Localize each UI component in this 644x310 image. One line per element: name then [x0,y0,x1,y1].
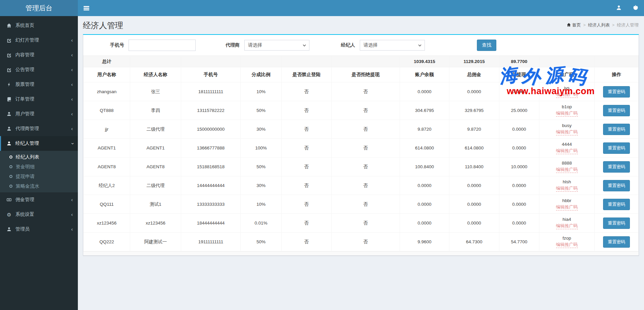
home-icon [6,23,12,28]
cell-name: 测试1 [130,195,181,214]
cell-promo: hbbr编辑推广码 [539,195,594,214]
cell-user: zhangsan [84,82,130,101]
content-header: 经济人管理 首页 > 经济人列表 > 经济人管理 [78,16,644,34]
column-header: 分成比例 [241,67,282,82]
filter-bar: 手机号 代理商 请选择 经纪人 请选择 查找 [83,35,639,56]
chevron-left-icon: ‹ [71,52,73,57]
user-menu-button[interactable] [610,0,627,16]
cell-action: 重置密码 [595,176,639,195]
cell-action: 重置密码 [595,101,639,120]
total-row: 总计1039.43151129.201589.7700 [84,56,639,67]
sidebar-item-5[interactable]: 订单管理‹ [0,92,78,107]
edit-promo-link[interactable]: 编辑推广码 [556,110,578,117]
sidebar-subitem-3[interactable]: 策略金流水 [0,181,78,191]
cell-phone: 13115782222 [181,101,241,120]
gear-icon: ⚙ [6,212,12,217]
cell-name: xz123456 [130,214,181,233]
sidebar-item-4[interactable]: 股票管理‹ [0,77,78,92]
phone-input[interactable] [129,40,196,51]
sidebar-item-11[interactable]: 管理员‹ [0,222,78,237]
sidebar-item-1[interactable]: 幻灯片管理‹ [0,33,78,48]
edit-promo-link[interactable]: 编辑推广码 [556,185,578,192]
sidebar-item-6[interactable]: 用户管理‹ [0,107,78,121]
reset-password-button[interactable]: 重置密码 [603,142,630,154]
sidebar-item-8[interactable]: 经纪人管理‹ [0,136,78,151]
chevron-left-icon: ‹ [71,97,73,102]
sidebar-subitem-2[interactable]: 提现申请 [0,172,78,181]
edit-promo-link[interactable]: 编辑推广码 [556,167,578,173]
breadcrumb-item-list[interactable]: 经济人列表 [588,22,610,28]
sidebar-item-10[interactable]: ⚙系统设置‹ [0,207,78,222]
search-button[interactable]: 查找 [477,40,496,51]
panel-footer [83,251,639,255]
cell-ban: 否 [282,120,332,139]
edit-promo-link[interactable]: 编辑推广码 [556,91,578,98]
reset-password-button[interactable]: 重置密码 [603,124,630,135]
edit-promo-link[interactable]: 编辑推广码 [556,223,578,229]
cell-withdraw: 0.0000 [499,82,539,101]
cell-commission: 0.0000 [449,214,499,233]
cell-withdraw: 25.0000 [499,101,539,120]
cell-ban: 否 [282,214,332,233]
cell-user: xz123456 [84,214,130,233]
reset-password-button[interactable]: 重置密码 [603,86,630,98]
cell-ratio: 0.01% [241,214,282,233]
app-title: 管理后台 [26,4,52,13]
circle-icon [9,165,12,168]
broker-panel: 手机号 代理商 请选择 经纪人 请选择 查找 总计1039.43151129.2… [83,34,639,256]
chevron-left-icon: ‹ [71,111,73,116]
sidebar-subitem-0[interactable]: 经纪人列表 [0,152,78,162]
cell-action: 重置密码 [595,139,639,158]
sidebar-item-label: 订单管理 [15,96,71,102]
cell-promo: 8888编辑推广码 [539,158,594,176]
reset-password-button[interactable]: 重置密码 [603,218,630,229]
sidebar-subitem-1[interactable]: 资金明细 [0,162,78,172]
cell-refuse: 否 [332,233,400,251]
agent-select[interactable]: 请选择 [244,40,309,51]
sidebar-item-label: 系统设置 [15,211,71,218]
cell-commission: 0.0000 [449,82,499,101]
cell-name: 李四 [130,101,181,120]
sidebar-item-0[interactable]: 系统首页 [0,18,78,33]
breadcrumb-item-current: 经济人管理 [617,22,639,28]
chevron-down-icon [303,43,306,46]
cell-balance: 100.8400 [400,158,449,176]
breadcrumb: 首页 > 经济人列表 > 经济人管理 [567,22,639,28]
logout-button[interactable] [627,0,644,16]
navbar-right [610,0,644,16]
cell-user: AGENT1 [84,139,130,158]
breadcrumb-separator: > [583,23,586,27]
cell-ratio: 10% [241,82,282,101]
edit-promo-link[interactable]: 编辑推广码 [556,204,578,210]
table-row-4: AGENT8AGENT81518816851850%否否100.8400110.… [84,158,639,176]
breadcrumb-home-link[interactable]: 首页 [567,22,581,28]
broker-select[interactable]: 请选择 [360,40,425,51]
reset-password-button[interactable]: 重置密码 [603,105,630,116]
reset-password-button[interactable]: 重置密码 [603,161,630,173]
cell-promo: hlsh编辑推广码 [539,176,594,195]
user-icon [616,5,622,11]
edit-promo-link[interactable]: 编辑推广码 [556,242,578,248]
sidebar-item-label: 用户管理 [15,111,71,117]
reset-password-button[interactable]: 重置密码 [603,180,630,191]
sidebar-item-9[interactable]: 佣金管理‹ [0,192,78,207]
user-icon [6,126,12,131]
edit-promo-link[interactable]: 编辑推广码 [556,148,578,154]
column-header: 操作 [595,67,639,82]
cell-balance: 0.0000 [400,195,449,214]
promo-code: jys [540,85,594,90]
reset-password-button[interactable]: 重置密码 [603,199,630,210]
reset-password-button[interactable]: 重置密码 [603,236,630,248]
app-logo[interactable]: 管理后台 [0,0,78,16]
cell-promo: b1op编辑推广码 [539,101,594,120]
sidebar: 系统首页幻灯片管理‹内容管理‹公告管理‹股票管理‹订单管理‹用户管理‹代理商管理… [0,16,78,310]
sidebar-item-3[interactable]: 公告管理‹ [0,62,78,77]
cell-refuse: 否 [332,176,400,195]
cell-promo: hia4编辑推广码 [539,214,594,233]
sidebar-toggle-button[interactable] [78,0,95,16]
sidebar-item-2[interactable]: 内容管理‹ [0,48,78,62]
sidebar-item-7[interactable]: 代理商管理‹ [0,121,78,136]
edit-promo-link[interactable]: 编辑推广码 [556,129,578,135]
cell-balance: 0.0000 [400,214,449,233]
cell-balance: 9.9600 [400,233,449,251]
